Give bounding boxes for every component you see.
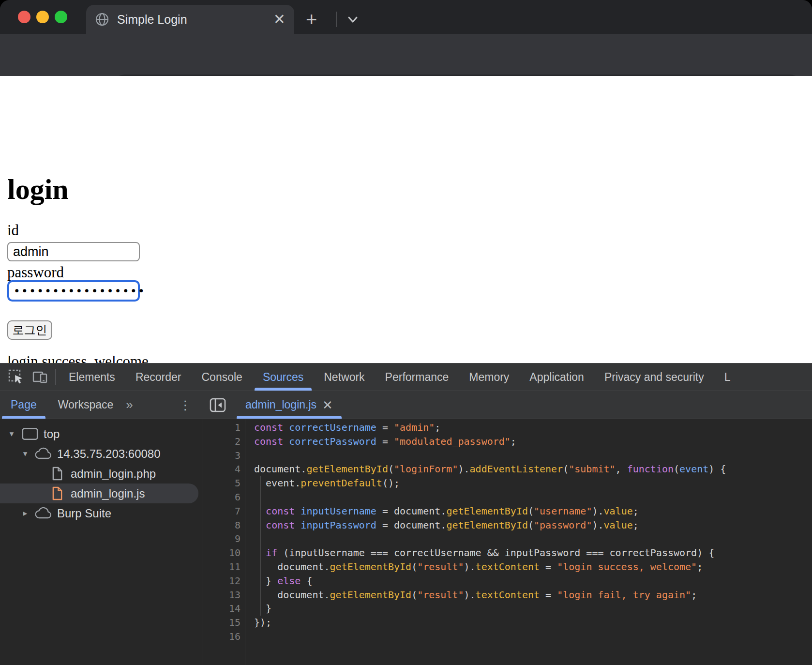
sidebar-tab-workspace[interactable]: Workspace: [47, 391, 124, 419]
triangle-down-icon[interactable]: ▾: [7, 429, 16, 439]
devtools-tab-console[interactable]: Console: [191, 363, 252, 391]
file-js-icon: [47, 486, 67, 501]
login-button[interactable]: 로그인: [7, 320, 52, 340]
code-line-2[interactable]: 2const correctPassword = "modulated_pass…: [203, 435, 812, 449]
line-number[interactable]: 9: [203, 532, 241, 546]
code-line-4[interactable]: 4document.getElementById("loginForm").ad…: [203, 462, 812, 476]
hide-navigator-button panel-collapse-icon[interactable]: [210, 398, 226, 412]
tree-item-label: top: [44, 427, 60, 441]
code-line-14[interactable]: 14 }: [203, 602, 812, 616]
device-toolbar-button device-icon[interactable]: [32, 369, 48, 385]
devtools-tab-application[interactable]: Application: [519, 363, 594, 391]
web-page: login id password ••••••••••••••••• 로그인 …: [0, 76, 812, 363]
file-tab-close-icon[interactable]: ✕: [322, 398, 333, 412]
tab-title: Simple Login: [117, 13, 273, 27]
tab-strip: Simple Login ✕ +: [0, 0, 812, 34]
line-number[interactable]: 3: [203, 449, 241, 463]
code-text: if (inputUsername === correctUsername &&…: [254, 546, 714, 560]
devtools-tab-performance[interactable]: Performance: [375, 363, 459, 391]
id-input[interactable]: [7, 242, 140, 261]
line-number[interactable]: 11: [203, 560, 241, 574]
triangle-down-icon[interactable]: ▾: [20, 449, 30, 459]
line-number[interactable]: 10: [203, 546, 241, 560]
code-text: document.getElementById("result").textCo…: [254, 560, 703, 574]
devtools-subbar: PageWorkspace » ⋮ admin_login.js ✕: [0, 391, 812, 419]
code-line-7[interactable]: 7 const inputUsername = document.getElem…: [203, 504, 812, 518]
password-masked-value: •••••••••••••••••: [14, 286, 146, 297]
tree-item-admin-login-php[interactable]: admin_login.php: [0, 464, 202, 484]
code-line-3[interactable]: 3: [203, 449, 812, 463]
sidebar-tab-page[interactable]: Page: [0, 391, 47, 419]
new-tab-button plus-icon[interactable]: +: [306, 11, 317, 28]
window-close-button[interactable]: [18, 11, 30, 23]
frame-icon: [20, 426, 40, 442]
file-tab-admin-login-js[interactable]: admin_login.js ✕: [237, 391, 342, 419]
devtools-tab-recorder[interactable]: Recorder: [125, 363, 192, 391]
code-line-1[interactable]: 1const correctUsername = "admin";: [203, 421, 812, 435]
more-options-button kebab-menu-icon[interactable]: ⋮: [179, 397, 192, 413]
code-line-8[interactable]: 8 const inputPassword = document.getElem…: [203, 518, 812, 532]
devtools-tab-memory[interactable]: Memory: [459, 363, 519, 391]
tree-item-burp-suite[interactable]: ▸Burp Suite: [0, 503, 202, 523]
devtools-tab-l[interactable]: L: [714, 363, 741, 391]
tree-item-label: admin_login.php: [71, 467, 156, 481]
overflow-tabs-button chevron-double-right-icon[interactable]: »: [126, 397, 132, 412]
tree-item-14-35-75-203-60080[interactable]: ▾14.35.75.203:60080: [0, 444, 202, 464]
code-line-15[interactable]: 15});: [203, 616, 812, 630]
line-number[interactable]: 16: [203, 630, 241, 644]
sidebar-tabs: PageWorkspace » ⋮: [0, 391, 202, 419]
line-number[interactable]: 7: [203, 504, 241, 518]
inspect-element-button cursor-inspect-icon[interactable]: [8, 369, 24, 385]
globe-icon: [95, 12, 109, 27]
tree-item-top[interactable]: ▾top: [0, 424, 202, 444]
line-number[interactable]: 4: [203, 462, 241, 476]
code-text: event.preventDefault();: [254, 476, 400, 490]
devtools-body: ▾top▾14.35.75.203:60080admin_login.phpad…: [0, 419, 812, 665]
code-line-10[interactable]: 10 if (inputUsername === correctUsername…: [203, 546, 812, 560]
toolbar-divider: [55, 369, 56, 385]
line-number[interactable]: 8: [203, 518, 241, 532]
browser-tab[interactable]: Simple Login ✕: [86, 5, 294, 34]
file-icon: [47, 466, 67, 482]
code-text: }: [254, 602, 271, 616]
code-text: const inputPassword = document.getElemen…: [254, 518, 639, 532]
line-number[interactable]: 2: [203, 435, 241, 449]
code-line-13[interactable]: 13 document.getElementById("result").tex…: [203, 588, 812, 602]
code-line-11[interactable]: 11 document.getElementById("result").tex…: [203, 560, 812, 574]
code-line-9[interactable]: 9: [203, 532, 812, 546]
file-tab-label: admin_login.js: [245, 398, 316, 411]
password-label: password: [7, 265, 64, 280]
window-zoom-button[interactable]: [55, 11, 67, 23]
code-line-12[interactable]: 12 } else {: [203, 574, 812, 588]
code-line-16[interactable]: 16: [203, 630, 812, 644]
code-line-6[interactable]: 6: [203, 490, 812, 504]
devtools-tab-sources[interactable]: Sources: [253, 363, 314, 391]
window-minimize-button[interactable]: [36, 11, 49, 23]
code-text: document.getElementById("loginForm").add…: [254, 462, 726, 476]
line-number[interactable]: 12: [203, 574, 241, 588]
code-text: const correctUsername = "admin";: [254, 421, 440, 435]
password-input[interactable]: •••••••••••••••••: [7, 280, 140, 302]
triangle-right-icon[interactable]: ▸: [20, 508, 30, 518]
browser-window: Simple Login ✕ + Not Secure 14.35.75.203…: [0, 0, 812, 665]
devtools-tab-network[interactable]: Network: [314, 363, 375, 391]
line-number[interactable]: 5: [203, 476, 241, 490]
line-number[interactable]: 14: [203, 602, 241, 616]
code-editor[interactable]: 1const correctUsername = "admin";2const …: [203, 419, 812, 665]
code-text: document.getElementById("result").textCo…: [254, 588, 697, 602]
code-text: const inputUsername = document.getElemen…: [254, 504, 639, 518]
tab-search-button chevron-down-icon[interactable]: [345, 12, 361, 27]
devtools-tabs: ElementsRecorderConsoleSourcesNetworkPer…: [59, 363, 740, 391]
devtools-tab-elements[interactable]: Elements: [59, 363, 125, 391]
editor-tab-row: admin_login.js ✕: [203, 391, 812, 419]
cloud-icon: [34, 506, 53, 521]
line-number[interactable]: 15: [203, 616, 241, 630]
code-line-5[interactable]: 5 event.preventDefault();: [203, 476, 812, 490]
browser-toolbar: Not Secure 14.35.75.203:60080/admin_logi…: [0, 34, 812, 76]
line-number[interactable]: 13: [203, 588, 241, 602]
line-number[interactable]: 1: [203, 421, 241, 435]
tree-item-admin-login-js[interactable]: admin_login.js: [0, 484, 198, 503]
devtools-tab-privacy-and-security[interactable]: Privacy and security: [594, 363, 714, 391]
tab-close-icon[interactable]: ✕: [273, 12, 286, 27]
line-number[interactable]: 6: [203, 490, 241, 504]
